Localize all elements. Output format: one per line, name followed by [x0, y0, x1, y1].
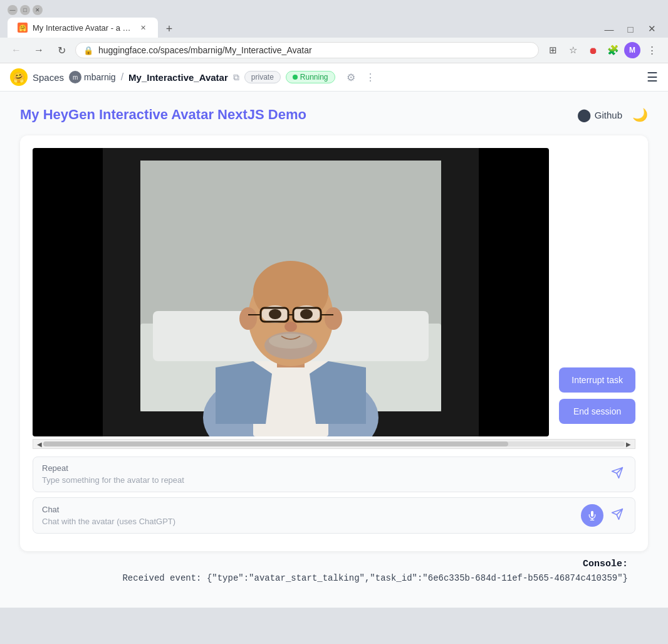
extensions-icon[interactable]: 🧩 [604, 41, 622, 59]
input-section: Repeat Type something for the avatar to … [33, 457, 635, 534]
dark-mode-toggle[interactable]: 🌙 [632, 107, 648, 122]
running-dot [293, 75, 298, 80]
address-bar[interactable]: 🔒 [75, 42, 539, 58]
svg-point-25 [284, 322, 297, 332]
scroll-track[interactable] [43, 441, 625, 446]
repeat-text-area: Repeat Type something for the avatar to … [42, 463, 603, 485]
hf-user-section: m mbarnig [69, 71, 116, 83]
app-title: My HeyGen Interactive Avatar NextJS Demo [20, 107, 306, 123]
hf-logo: 🤗 [10, 68, 28, 86]
running-label: Running [300, 73, 328, 82]
hf-username[interactable]: mbarnig [84, 72, 116, 82]
url-input[interactable] [98, 45, 531, 55]
restore-window-button[interactable]: □ [622, 20, 639, 38]
microphone-button[interactable] [581, 504, 603, 527]
github-link[interactable]: ⬤ Github [577, 107, 622, 122]
tab-close-button[interactable]: ✕ [138, 23, 148, 33]
console-area: Console: Received event: {"type":"avatar… [20, 551, 648, 593]
chat-send-icon [611, 508, 624, 520]
svg-point-15 [325, 307, 342, 330]
horizontal-scrollbar[interactable]: ◀ ▶ [33, 439, 635, 449]
scroll-right-arrow[interactable]: ▶ [625, 441, 632, 448]
hf-user-avatar: m [69, 71, 81, 83]
hf-repo-name[interactable]: My_Interactive_Avatar [128, 72, 228, 83]
video-area [33, 148, 549, 436]
chat-placeholder: Chat with the avatar (uses ChatGPT) [42, 517, 175, 526]
close-button[interactable]: ✕ [33, 5, 43, 15]
app-header-actions: ⬤ Github 🌙 [577, 107, 648, 122]
back-button[interactable]: ← [8, 41, 25, 59]
hamburger-menu-button[interactable]: ☰ [647, 70, 658, 85]
repeat-label: Repeat [42, 463, 603, 473]
translate-icon[interactable]: ⊞ [544, 41, 561, 59]
chat-label: Chat [42, 505, 576, 514]
minimize-window-button[interactable]: — [600, 20, 618, 38]
svg-marker-8 [310, 361, 366, 424]
title-bar-icons: — □ ✕ [600, 20, 660, 38]
minimize-button[interactable]: — [8, 5, 18, 15]
copy-repo-button[interactable]: ⧉ [233, 72, 239, 83]
svg-point-19 [300, 309, 313, 319]
maximize-button[interactable]: □ [20, 5, 30, 15]
navbar: ← → ↻ 🔒 ⊞ ☆ ⏺ 🧩 M ⋮ [0, 38, 668, 63]
profile-avatar[interactable]: M [624, 42, 640, 58]
running-badge: Running [286, 71, 335, 83]
bookmark-icon[interactable]: ☆ [564, 41, 582, 59]
hf-action-buttons: ⚙ ⋮ [343, 70, 379, 85]
more-options-icon[interactable]: ⋮ [362, 70, 379, 85]
active-tab[interactable]: 🤗 My Interactive Avatar - a Hugg ✕ [8, 18, 158, 38]
svg-point-13 [269, 334, 313, 349]
settings-icon[interactable]: ⚙ [343, 70, 359, 85]
record-icon[interactable]: ⏺ [584, 41, 602, 59]
browser-window: — □ ✕ 🤗 My Interactive Avatar - a Hugg ✕… [0, 0, 668, 644]
repeat-send-button[interactable] [608, 464, 626, 485]
main-card: Interrupt task End session ◀ ▶ Repeat [20, 135, 648, 551]
hf-slash: / [121, 71, 123, 83]
video-wrapper: Interrupt task End session [33, 148, 635, 436]
app-header: My HeyGen Interactive Avatar NextJS Demo… [20, 107, 648, 123]
svg-point-18 [269, 309, 281, 319]
forward-button[interactable]: → [30, 41, 48, 59]
private-badge: private [244, 71, 281, 83]
chat-send-button[interactable] [608, 505, 626, 526]
console-label: Console: [40, 559, 628, 569]
scroll-left-arrow[interactable]: ◀ [36, 441, 43, 448]
side-buttons: Interrupt task End session [549, 148, 635, 436]
scroll-thumb[interactable] [43, 441, 508, 446]
send-icon [611, 467, 624, 479]
microphone-icon [587, 510, 597, 520]
tabs-bar: 🤗 My Interactive Avatar - a Hugg ✕ + — □… [0, 18, 668, 38]
github-icon: ⬤ [577, 107, 591, 122]
lock-icon: 🔒 [83, 46, 93, 55]
reload-button[interactable]: ↻ [53, 41, 70, 59]
close-window-button[interactable]: ✕ [643, 20, 660, 38]
more-menu-icon[interactable]: ⋮ [643, 41, 660, 59]
hf-site-header: 🤗 Spaces m mbarnig / My_Interactive_Avat… [0, 63, 668, 92]
tab-favicon: 🤗 [18, 23, 28, 33]
repeat-placeholder: Type something for the avatar to repeat [42, 475, 184, 485]
github-label: Github [595, 110, 622, 120]
end-session-button[interactable]: End session [559, 399, 635, 424]
interrupt-task-button[interactable]: Interrupt task [559, 367, 635, 393]
app-content: My HeyGen Interactive Avatar NextJS Demo… [0, 92, 668, 608]
title-bar: — □ ✕ [0, 0, 668, 15]
window-controls: — □ ✕ [8, 5, 43, 15]
repeat-input-row: Repeat Type something for the avatar to … [33, 457, 635, 492]
tab-title: My Interactive Avatar - a Hugg [33, 23, 133, 33]
nav-icons: ⊞ ☆ ⏺ 🧩 M ⋮ [544, 41, 660, 59]
chat-text-area: Chat Chat with the avatar (uses ChatGPT) [42, 505, 576, 527]
new-tab-button[interactable]: + [160, 20, 178, 38]
chat-input-row: Chat Chat with the avatar (uses ChatGPT) [33, 497, 635, 534]
avatar-video [103, 148, 479, 436]
svg-point-14 [239, 307, 257, 330]
console-text: Received event: {"type":"avatar_start_ta… [40, 572, 628, 585]
spaces-label[interactable]: Spaces [33, 72, 64, 83]
svg-marker-7 [216, 361, 272, 424]
